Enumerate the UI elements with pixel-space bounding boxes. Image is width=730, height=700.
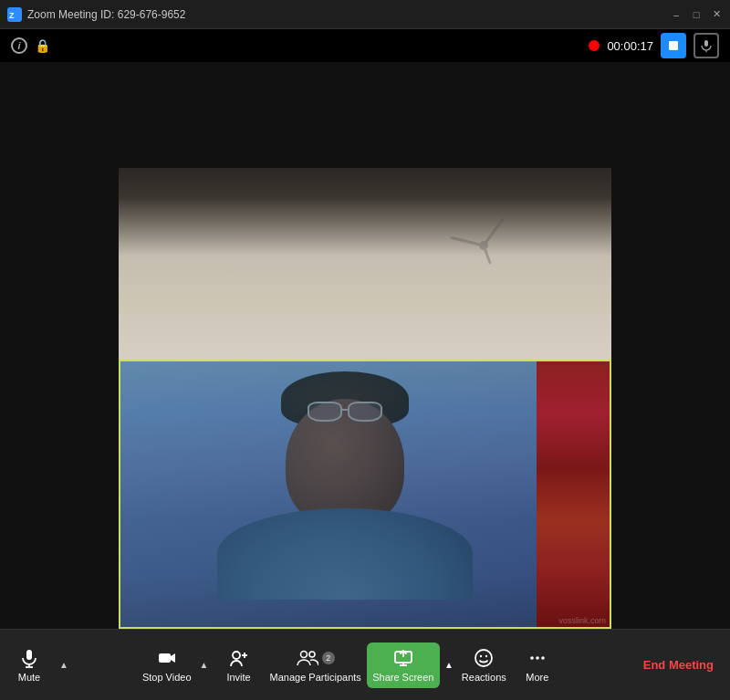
svg-line-5 <box>477 218 509 245</box>
ceiling-area <box>119 168 611 314</box>
stop-icon <box>669 41 678 50</box>
recording-dot <box>589 40 600 51</box>
end-meeting-button[interactable]: End Meeting <box>631 651 726 679</box>
info-left: i 🔒 <box>11 37 50 54</box>
self-view-video: vosslink.com <box>119 360 611 629</box>
share-screen-icon <box>393 648 413 668</box>
manage-participants-button[interactable]: 2 Manage Participants <box>266 643 365 688</box>
reactions-button[interactable]: Reactions <box>458 643 510 688</box>
close-button[interactable]: ✕ <box>710 8 723 21</box>
stop-video-button[interactable]: Stop Video <box>139 643 195 688</box>
manage-participants-label: Manage Participants <box>270 672 361 683</box>
svg-point-21 <box>480 654 482 656</box>
stop-video-label: Stop Video <box>142 672 192 683</box>
info-icon[interactable]: i <box>11 37 27 54</box>
share-screen-button[interactable]: Share Screen <box>367 643 440 688</box>
video-area: vosslink.com <box>0 62 730 629</box>
svg-point-15 <box>300 651 307 657</box>
mic-mute-button[interactable] <box>694 33 719 58</box>
mute-button[interactable]: Mute <box>4 643 55 688</box>
toolbar-left: Mute ▲ <box>4 643 71 688</box>
svg-point-24 <box>536 656 539 660</box>
svg-rect-8 <box>26 650 32 660</box>
reactions-label: Reactions <box>462 672 506 683</box>
svg-point-25 <box>541 656 545 660</box>
video-icon <box>157 648 177 668</box>
toolbar: Mute ▲ Stop Video ▲ <box>0 629 730 700</box>
svg-point-22 <box>485 654 487 656</box>
participants-badge: 2 <box>322 652 335 664</box>
svg-line-4 <box>452 228 484 255</box>
minimize-button[interactable]: – <box>670 8 683 21</box>
video-chevron[interactable]: ▲ <box>197 649 212 682</box>
background-wall <box>120 361 537 627</box>
svg-point-23 <box>530 656 534 660</box>
window-title: Zoom Meeting ID: 629-676-9652 <box>27 8 185 21</box>
share-chevron[interactable]: ▲ <box>442 649 456 682</box>
invite-icon <box>229 648 249 668</box>
maximize-button[interactable]: □ <box>690 8 703 21</box>
toolbar-center: Stop Video ▲ Invite <box>71 643 631 688</box>
more-button[interactable]: More <box>512 643 563 688</box>
title-bar-left: Z Zoom Meeting ID: 629-676-9652 <box>7 7 185 22</box>
reactions-icon <box>474 648 494 668</box>
info-bar: i 🔒 00:00:17 <box>0 29 730 62</box>
bookshelf-decoration <box>537 361 610 627</box>
invite-button[interactable]: Invite <box>214 643 265 688</box>
meeting-timer: 00:00:17 <box>607 39 653 53</box>
svg-point-12 <box>233 652 240 659</box>
invite-label: Invite <box>226 672 250 683</box>
more-icon <box>527 648 548 668</box>
zoom-logo-icon: Z <box>7 7 22 22</box>
mute-label: Mute <box>18 672 40 683</box>
self-view-watermark: vosslink.com <box>558 616 606 625</box>
participants-icon <box>297 648 318 668</box>
window-controls: – □ ✕ <box>670 8 723 21</box>
mute-chevron[interactable]: ▲ <box>57 649 71 682</box>
toolbar-right: End Meeting <box>631 651 726 679</box>
svg-point-16 <box>309 652 315 657</box>
participants-icon-row: 2 <box>297 648 335 668</box>
stop-recording-button[interactable] <box>661 33 686 58</box>
self-view-background <box>120 361 610 627</box>
svg-point-20 <box>475 650 492 666</box>
lock-icon: 🔒 <box>35 38 50 53</box>
title-bar: Z Zoom Meeting ID: 629-676-9652 – □ ✕ <box>0 0 730 29</box>
svg-text:Z: Z <box>9 11 15 20</box>
share-screen-label: Share Screen <box>372 672 433 683</box>
mute-icon <box>19 648 39 668</box>
svg-rect-2 <box>704 40 708 47</box>
svg-rect-11 <box>159 653 171 663</box>
recording-area: 00:00:17 <box>589 33 719 58</box>
more-label: More <box>526 672 548 683</box>
